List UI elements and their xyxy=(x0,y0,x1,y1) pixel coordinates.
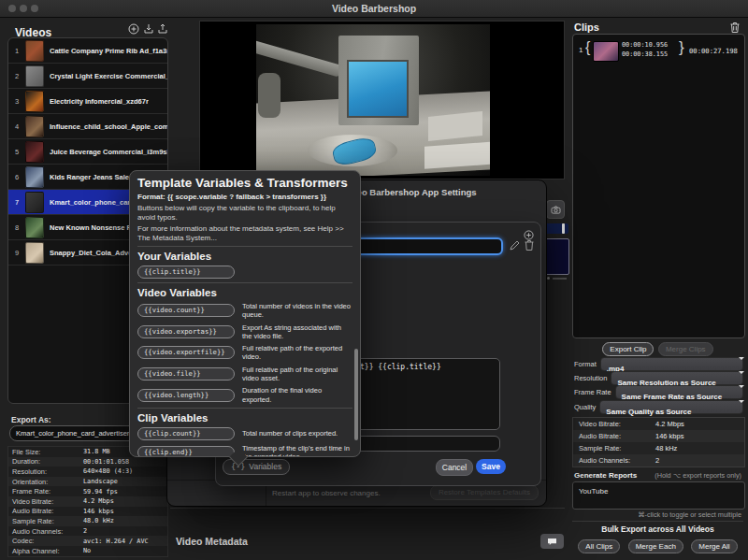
share-export-icon[interactable] xyxy=(157,23,168,35)
export-setting-row: Quality Same Quality as Source xyxy=(574,400,743,414)
popover-scrollbar[interactable] xyxy=(354,349,358,440)
video-thumbnail xyxy=(25,40,44,62)
titlebar: Video Barbershop xyxy=(0,0,748,18)
video-title: Influence_child_school_Apple_comput... xyxy=(50,122,167,131)
reports-listbox[interactable]: YouTube xyxy=(572,481,745,510)
select-dropdown[interactable]: Same Quality as Source xyxy=(599,400,743,414)
your-variables-header: Your Variables xyxy=(137,251,352,262)
popover-divider xyxy=(137,246,352,247)
select-value: Same Quality as Source xyxy=(600,408,691,416)
metadata-value: 59.94 fps xyxy=(83,488,118,495)
delete-template-trash-icon[interactable] xyxy=(524,239,535,251)
video-number: 4 xyxy=(12,122,22,131)
variable-pill-button[interactable]: {{clip.end}} xyxy=(137,446,235,457)
metadata-row: Codec: avc1: H.264 / AVC xyxy=(8,536,167,546)
slider-track xyxy=(553,278,567,280)
export-setting-row: Frame Rate Same Frame Rate as Source xyxy=(574,385,743,399)
video-metadata-heading: Video Metadata xyxy=(176,536,248,547)
merge-clips-button[interactable]: Merge Clips xyxy=(658,342,713,356)
multi-select-tip: ⌘-click to toggle or select multiple xyxy=(638,510,741,519)
info-key: Sample Rate: xyxy=(573,444,655,452)
popover-divider xyxy=(137,282,352,283)
restore-templates-defaults-button[interactable]: Restore Templates Defaults xyxy=(430,485,539,500)
metadata-key: Alpha Channel: xyxy=(8,547,83,555)
metadata-row: Resolution: 640×480 (4:3) xyxy=(8,467,167,477)
select-dropdown[interactable]: Same Frame Rate as Source xyxy=(615,385,743,399)
video-title: Electricity Infomercial_xzd67r xyxy=(50,97,149,106)
clip-timestamps: 00:00:10.956 00:00:38.155 xyxy=(622,41,668,59)
video-number: 8 xyxy=(12,223,22,232)
template-variables-popover: Template Variables & Transformers Format… xyxy=(129,170,361,457)
save-button[interactable]: Save xyxy=(476,459,506,474)
metadata-value: 48.0 kHz xyxy=(83,517,114,524)
info-row: Audio Channels: 2 xyxy=(573,454,744,467)
metadata-value: No xyxy=(83,547,91,554)
info-key: Audio Channels: xyxy=(573,456,655,465)
settings-dialog-title: Video Barbershop App Settings xyxy=(343,187,477,197)
variable-pill-button[interactable]: {{video.length}} xyxy=(137,389,235,402)
info-row: Video Bitrate: 4.2 Mbps xyxy=(573,418,744,430)
variable-pill-button[interactable]: {{clip.count}} xyxy=(137,427,235,440)
export-settings: Format .mp4 Resolution Same Resolution a… xyxy=(574,357,743,414)
video-list-item[interactable]: 3 Electricity Infomercial_xzd67r xyxy=(8,89,167,114)
variable-row: {{video.exportas}} Export As string asso… xyxy=(137,323,352,341)
edit-pencil-icon[interactable] xyxy=(509,240,520,251)
variable-pill-button[interactable]: {{video.count}} xyxy=(137,304,235,317)
select-label: Frame Rate xyxy=(574,388,611,396)
delete-clip-trash-icon[interactable] xyxy=(729,22,741,33)
clip-number: 1 xyxy=(579,46,583,54)
select-dropdown[interactable]: Same Resolution as Source xyxy=(611,371,743,385)
bulk-export-button[interactable]: All Clips xyxy=(578,539,620,553)
clip-row[interactable]: 1 { 00:00:10.956 00:00:38.155 } 00:00:27… xyxy=(573,35,744,66)
variable-row: {{video.length}} Duration of the final v… xyxy=(137,386,352,404)
video-variables-header: Video Variables xyxy=(137,287,352,298)
cancel-button[interactable]: Cancel xyxy=(436,459,473,476)
comment-bubble-button[interactable] xyxy=(540,534,564,549)
variable-pill-button[interactable]: {{video.file}} xyxy=(137,367,235,381)
bulk-export-button[interactable]: Merge Each xyxy=(628,539,683,553)
video-frame xyxy=(256,24,490,176)
metadata-key: Orientation: xyxy=(8,478,83,486)
scrubber-handle[interactable] xyxy=(562,223,565,234)
variable-pill-button[interactable]: {{video.exportfile}} xyxy=(137,346,235,359)
video-list-item[interactable]: 1 Cattle Company Prime Rib Ad_f1a3rw xyxy=(8,38,167,64)
add-video-button[interactable] xyxy=(128,23,139,35)
variable-pill-button[interactable]: {{video.exportas}} xyxy=(137,325,235,338)
select-dropdown[interactable]: .mp4 xyxy=(600,357,743,371)
metadata-value: 00:01:01.058 xyxy=(83,458,129,466)
info-value: 4.2 Mbps xyxy=(655,420,684,428)
video-preview[interactable] xyxy=(199,21,565,179)
snapshot-camera-button[interactable] xyxy=(546,200,565,219)
bulk-export-button[interactable]: Merge All xyxy=(691,539,737,553)
metadata-row: Orientation: Landscape xyxy=(8,477,167,487)
metadata-key: Audio Bitrate: xyxy=(8,507,83,515)
metadata-row: Alpha Channel: No xyxy=(8,546,167,556)
variable-description: Total number of clips exported. xyxy=(242,429,338,438)
info-row: Audio Bitrate: 146 kbps xyxy=(573,430,744,442)
timeline-clip-region[interactable] xyxy=(545,238,569,275)
select-label: Format xyxy=(574,360,597,368)
video-number: 9 xyxy=(12,249,22,257)
metadata-row: Audio Bitrate: 146 kbps xyxy=(8,507,167,517)
export-clip-button[interactable]: Export Clip xyxy=(602,342,654,356)
clip-start-time: 00:00:10.956 xyxy=(622,41,668,49)
export-as-label: Export As: xyxy=(11,415,51,424)
metadata-value: 2 xyxy=(83,527,87,535)
video-list-item[interactable]: 2 Crystal Light Exercise Commercial_bls.… xyxy=(8,64,167,89)
variable-pill-button[interactable]: {{clip.title}} xyxy=(137,266,235,279)
video-thumbnail xyxy=(25,217,44,238)
export-info-table: Video Bitrate: 4.2 Mbps Audio Bitrate: 1… xyxy=(572,417,745,467)
clip-duration: 00:00:27.198 xyxy=(689,47,738,55)
metadata-row: Audio Channels: 2 xyxy=(8,526,167,537)
bulk-export-title: Bulk Export across All Videos xyxy=(572,524,743,534)
import-icon[interactable] xyxy=(143,23,154,35)
video-list-item[interactable]: 5 Juice Beverage Commercial_i3m9sh xyxy=(8,139,167,165)
video-number: 6 xyxy=(12,173,22,181)
timeline-scrubber[interactable] xyxy=(545,223,568,234)
video-thumbnail xyxy=(25,116,44,137)
variable-row: {{clip.count}} Total number of clips exp… xyxy=(137,427,352,440)
report-option-youtube[interactable]: YouTube xyxy=(573,482,744,495)
video-list-item[interactable]: 4 Influence_child_school_Apple_comput... xyxy=(8,114,167,139)
generate-reports-label: Generate Reports xyxy=(574,471,637,480)
metadata-key: Frame Rate: xyxy=(8,487,83,495)
